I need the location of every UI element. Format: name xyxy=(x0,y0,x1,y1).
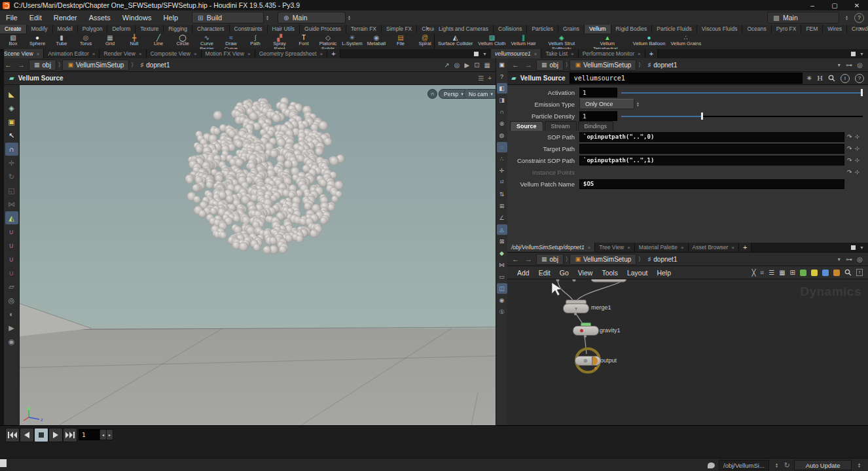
pane-link-icon[interactable]: ◎ xyxy=(857,61,863,69)
forward-icon[interactable]: → xyxy=(523,61,534,69)
shelf-tab[interactable]: Hair Utils xyxy=(268,25,300,33)
shelf-tab[interactable]: Pyro FX xyxy=(772,25,802,33)
pose-icon[interactable]: ⋈ xyxy=(5,198,18,211)
flipbook-render-icon[interactable]: ▶ xyxy=(464,61,469,69)
snap-grid-icon[interactable]: ∪ xyxy=(5,225,18,238)
shelf-tab[interactable]: Vellum xyxy=(585,25,611,33)
pane-tab[interactable]: Animation Editor× xyxy=(44,49,99,58)
shelf-tab[interactable]: Modify xyxy=(27,25,53,33)
wire-style-icon[interactable] xyxy=(833,270,840,276)
new-tab-button[interactable]: + xyxy=(645,49,658,58)
param-folder-tab[interactable]: Source xyxy=(510,121,543,131)
houdini-engine-icon[interactable]: H xyxy=(817,75,823,82)
particle-density-slider[interactable] xyxy=(621,112,863,120)
play-button[interactable] xyxy=(48,428,63,442)
path-tool[interactable]: ∫Path xyxy=(244,34,267,46)
menu-view[interactable]: View xyxy=(573,269,598,277)
profile-curves-icon[interactable]: ∠ xyxy=(497,213,507,223)
display-groups-icon[interactable]: ◬ xyxy=(497,224,507,235)
shelf-tab[interactable]: Particle Fluids xyxy=(652,25,696,33)
flipbook-icon[interactable]: ▶ xyxy=(5,321,18,334)
breadcrumb-obj[interactable]: ▦obj xyxy=(536,60,564,71)
pane-tab[interactable]: Asset Browser× xyxy=(689,243,739,252)
step-forward-button[interactable]: ▸ xyxy=(106,429,113,440)
param-input[interactable]: $OS xyxy=(579,179,844,189)
menu-go[interactable]: Go xyxy=(555,269,573,277)
list-view-icon[interactable]: ☰ xyxy=(769,269,774,276)
activation-input[interactable]: 1 xyxy=(579,88,617,97)
wrench-icon[interactable]: ╳ xyxy=(752,269,756,276)
grid-tool[interactable]: ▦Grid xyxy=(98,34,122,46)
path-dropdown-icon[interactable]: ▼ xyxy=(837,257,841,262)
menu-assets[interactable]: Assets xyxy=(83,14,117,22)
construction-plane-icon[interactable]: ▱ xyxy=(5,280,18,293)
pane-corner-handle[interactable] xyxy=(0,459,7,467)
pane-menu-icon[interactable]: ▼ xyxy=(859,245,864,250)
group-list-icon[interactable]: ⊠ xyxy=(497,236,507,247)
lock-icon[interactable]: ∩ xyxy=(5,143,18,156)
viewport-add-icon[interactable]: + xyxy=(488,75,492,82)
platonic-solids-tool[interactable]: ◇Platonic Solids xyxy=(316,34,340,50)
new-tab-button[interactable]: + xyxy=(739,243,751,252)
ghost-objects-icon[interactable]: ◌ xyxy=(497,142,507,152)
spray-paint-tool[interactable]: ▞Spray Paint xyxy=(268,34,291,50)
pane-menu-icon[interactable]: ▼ xyxy=(482,52,487,56)
param-input[interactable] xyxy=(579,167,844,177)
desktop-selector[interactable]: ⊞ Build xyxy=(192,12,264,24)
layout-grid-icon[interactable]: ▦ xyxy=(484,61,490,69)
refresh-icon[interactable]: ↻ xyxy=(784,461,790,470)
snapshot-icon[interactable]: ⊡ xyxy=(474,61,479,69)
metaball-tool[interactable]: ◉Metaball xyxy=(365,34,388,46)
snapshot-view-icon[interactable]: ◉ xyxy=(497,295,507,305)
shelf-tab[interactable]: Terrain FX xyxy=(346,25,382,33)
particle-density-input[interactable]: 1 xyxy=(579,111,617,121)
path-dropdown-icon[interactable]: ▼ xyxy=(837,63,841,67)
vellum-hair-tool[interactable]: ∥Vellum Hair xyxy=(511,34,535,46)
shelf-tab[interactable]: Rigid Bodies xyxy=(611,25,653,33)
close-tab-icon[interactable]: × xyxy=(37,51,40,57)
breadcrumb-vellumsimsetup[interactable]: ▣VellumSimSetup xyxy=(570,254,636,265)
forward-icon[interactable]: → xyxy=(523,255,534,263)
shelf-tab[interactable]: Simple FX xyxy=(382,25,417,33)
viewport-lock-icon[interactable]: ∩ xyxy=(427,89,437,99)
shelf-tab[interactable]: Characters xyxy=(192,25,230,33)
close-tab-icon[interactable]: × xyxy=(681,245,684,251)
display-fog-icon[interactable]: ▭ xyxy=(497,271,507,282)
null-tool[interactable]: ╋Null xyxy=(122,34,146,46)
close-tab-icon[interactable]: × xyxy=(534,51,537,57)
shelf-tab[interactable]: Guide Process xyxy=(300,25,346,33)
context-spinner[interactable]: ▲▼ xyxy=(773,462,780,468)
pane-split-icon[interactable] xyxy=(851,52,856,56)
breadcrumb-obj[interactable]: ▦obj xyxy=(29,60,56,71)
export-pane-icon[interactable]: ↗ xyxy=(444,61,449,69)
activation-slider[interactable] xyxy=(621,88,863,97)
shelf-tab[interactable]: Particles xyxy=(527,25,558,33)
display-particles-icon[interactable]: ◆ xyxy=(497,248,507,258)
emission-type-dropdown[interactable]: Only Once xyxy=(579,99,634,109)
jump-up-icon[interactable]: ↑ xyxy=(856,269,863,276)
circle-tool[interactable]: ◯Circle xyxy=(171,34,194,46)
snapshot-camera-icon[interactable]: ◉ xyxy=(5,335,18,348)
breadcrumb-obj[interactable]: ▦obj xyxy=(536,254,564,265)
breadcrumb-dopnet1[interactable]: ♯dopnet1 xyxy=(643,60,683,71)
pane-menu-icon[interactable]: ▼ xyxy=(859,52,864,56)
node-info-icon[interactable]: i xyxy=(841,74,850,83)
select-arrow-icon[interactable]: ↖ xyxy=(5,129,18,142)
vellum-cloth-tool[interactable]: ▨Vellum Cloth xyxy=(478,34,505,46)
stop-button[interactable] xyxy=(34,428,48,442)
shelf-tab[interactable]: Create xyxy=(0,25,27,33)
menu-file[interactable]: File xyxy=(0,14,24,22)
snap-multi-icon[interactable]: ∪ xyxy=(5,266,18,279)
line-tool[interactable]: ╱Line xyxy=(147,34,170,46)
gear-menu-icon[interactable]: ✳ xyxy=(806,75,812,82)
shelf-set-spinner[interactable]: ▲▼ xyxy=(346,15,353,20)
l-system-tool[interactable]: ✳L-System xyxy=(340,34,364,46)
minimize-button[interactable]: – xyxy=(801,0,823,10)
revert-param-icon[interactable]: ↷ xyxy=(847,157,852,164)
search-parms-icon[interactable] xyxy=(828,75,835,82)
update-mode-spinner[interactable]: ▲▼ xyxy=(856,462,863,468)
param-folder-tab[interactable]: Stream xyxy=(545,121,577,131)
forward-icon[interactable]: → xyxy=(16,61,27,69)
sticky-note-icon[interactable] xyxy=(811,270,818,276)
close-button[interactable]: ✕ xyxy=(846,0,868,10)
